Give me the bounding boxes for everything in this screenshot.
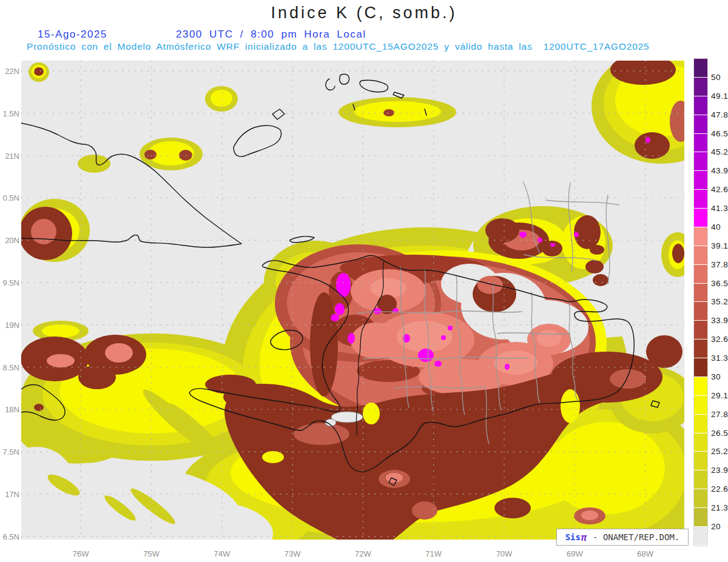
colorbar-tick-label: 50 <box>711 73 721 82</box>
colorbar-segment <box>694 302 707 321</box>
colorbar-tick-label: 31.3 <box>711 353 728 363</box>
colorbar-segment <box>694 265 707 284</box>
y-axis-label: 1.5N <box>0 109 19 118</box>
colorbar-segment <box>694 152 707 171</box>
y-axis-label: 19N <box>0 321 19 330</box>
colorbar-tick-label: 37.8 <box>711 260 728 269</box>
colorbar-segment <box>694 78 707 96</box>
colorbar-segment <box>694 96 707 115</box>
colorbar-segment <box>694 433 707 452</box>
x-axis-label: 73W <box>274 549 311 558</box>
colorbar-segment <box>694 171 707 190</box>
y-axis-label: 9.5N <box>0 278 19 287</box>
y-axis-label: 20N <box>0 236 19 245</box>
k-index-map <box>0 0 728 562</box>
colorbar-segment <box>694 209 707 227</box>
x-axis-label: 74W <box>204 549 240 558</box>
colorbar-tick-label: 22.6 <box>711 484 728 493</box>
colorbar-segment <box>694 321 707 340</box>
x-axis-label: 72W <box>345 549 381 558</box>
colorbar-tick-label: 20 <box>711 522 721 531</box>
x-axis-label: 71W <box>416 549 452 558</box>
colorbar <box>694 59 707 546</box>
colorbar-tick-label: 35.2 <box>711 297 728 306</box>
y-axis-label: 18N <box>0 405 19 414</box>
y-axis-label: 6.5N <box>0 532 19 541</box>
colorbar-tick-label: 40 <box>711 222 721 232</box>
y-axis-label: 17N <box>0 490 19 499</box>
x-axis-label: 70W <box>486 549 522 558</box>
colorbar-segment <box>694 134 707 153</box>
colorbar-tick-label: 23.9 <box>711 466 728 475</box>
colorbar-segment <box>694 246 707 265</box>
colorbar-segment <box>694 377 707 396</box>
y-axis-label: 21N <box>0 152 19 161</box>
attribution-pi-icon: π <box>581 532 587 543</box>
colorbar-tick-label: 32.6 <box>711 335 728 344</box>
lake-enriquillo <box>331 412 363 423</box>
y-axis-label: 0.5N <box>0 193 19 202</box>
colorbar-tick-label: 49.1 <box>711 92 728 101</box>
colorbar-tick-label: 46.5 <box>711 129 728 138</box>
colorbar-tick-label: 41.3 <box>711 204 728 213</box>
k-index-forecast-page: Indice K (C, somb.) 15-Ago-2025 2300 UTC… <box>0 0 728 562</box>
colorbar-segment <box>694 190 707 209</box>
x-axis-label: 75W <box>133 549 170 558</box>
colorbar-tick-label: 47.8 <box>711 110 728 119</box>
colorbar-segment <box>694 489 707 508</box>
colorbar-tick-label: 45.2 <box>711 147 728 156</box>
colorbar-tick-label: 21.3 <box>711 503 728 512</box>
colorbar-tick-label: 33.9 <box>711 316 728 325</box>
colorbar-segment <box>694 527 707 546</box>
colorbar-segment <box>694 470 707 489</box>
colorbar-segment <box>694 59 707 78</box>
colorbar-tick-label: 43.9 <box>711 166 728 175</box>
colorbar-segment <box>694 396 707 415</box>
colorbar-tick-label: 30 <box>711 372 721 381</box>
x-axis-label: 68W <box>627 549 664 558</box>
colorbar-segment <box>694 284 707 303</box>
colorbar-tick-label: 27.8 <box>711 410 728 419</box>
colorbar-segment <box>694 358 707 377</box>
y-axis-label: 7.5N <box>0 447 19 457</box>
colorbar-tick-label: 42.6 <box>711 185 728 194</box>
attribution-text: - ONAMET/REP.DOM. <box>588 532 680 542</box>
attribution-box: Sis π - ONAMET/REP.DOM. <box>556 529 689 546</box>
colorbar-segment <box>694 340 707 358</box>
colorbar-segment <box>694 227 707 246</box>
attribution-sis: Sis <box>565 532 581 542</box>
x-axis-label: 69W <box>556 549 593 558</box>
colorbar-tick-label: 29.1 <box>711 391 728 400</box>
colorbar-segment <box>694 415 707 433</box>
colorbar-tick-label: 36.5 <box>711 279 728 288</box>
colorbar-segment <box>694 508 707 527</box>
colorbar-segment <box>694 115 707 134</box>
colorbar-segment <box>694 452 707 470</box>
y-axis-label: 8.5N <box>0 363 19 372</box>
colorbar-tick-label: 39.1 <box>711 241 728 250</box>
colorbar-tick-label: 25.2 <box>711 447 728 456</box>
y-axis-label: 22N <box>0 67 19 76</box>
colorbar-tick-label: 26.5 <box>711 429 728 438</box>
x-axis-label: 76W <box>62 549 99 558</box>
